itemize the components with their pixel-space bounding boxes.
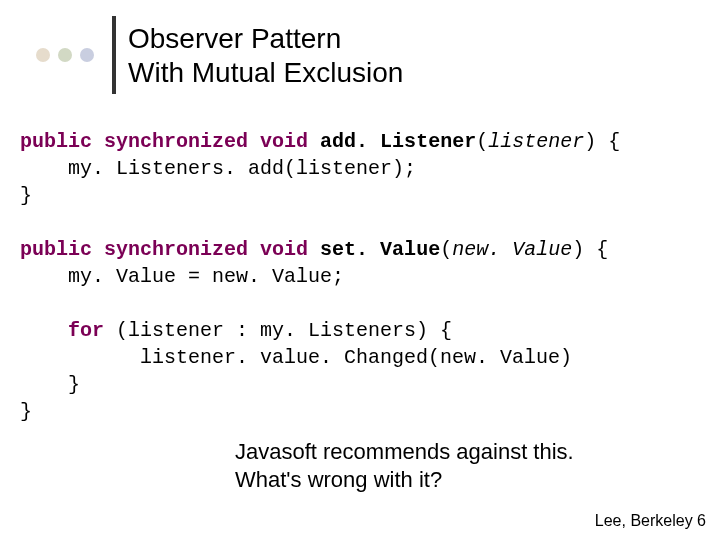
keyword-public: public: [20, 130, 92, 153]
slide-header: Observer Pattern With Mutual Exclusion: [36, 16, 700, 106]
title-line-2: With Mutual Exclusion: [128, 57, 403, 88]
note-line-2: What's wrong with it?: [235, 467, 442, 492]
circle-icon: [80, 48, 94, 62]
slide-footer: Lee, Berkeley 6: [595, 512, 706, 530]
decorative-bullets: [36, 48, 94, 62]
circle-icon: [58, 48, 72, 62]
commentary-text: Javasoft recommends against this. What's…: [235, 438, 574, 493]
code-line: }: [20, 400, 32, 423]
circle-icon: [36, 48, 50, 62]
keyword-void: void: [260, 130, 308, 153]
method-name-set: set. Value: [320, 238, 440, 261]
vertical-divider: [112, 16, 116, 94]
keyword-synchronized: synchronized: [104, 238, 248, 261]
keyword-for: for: [68, 319, 104, 342]
method-name-add: add. Listener: [320, 130, 476, 153]
keyword-synchronized: synchronized: [104, 130, 248, 153]
slide-title: Observer Pattern With Mutual Exclusion: [128, 22, 403, 89]
code-block: public synchronized void add. Listener(l…: [20, 128, 700, 425]
code-line: (listener : my. Listeners) {: [104, 319, 452, 342]
slide: Observer Pattern With Mutual Exclusion p…: [0, 0, 720, 540]
code-line: }: [68, 373, 80, 396]
code-line: my. Value = new. Value;: [68, 265, 344, 288]
keyword-public: public: [20, 238, 92, 261]
title-line-1: Observer Pattern: [128, 23, 341, 54]
param-listener: listener: [488, 130, 584, 153]
footer-page-number: 6: [697, 512, 706, 529]
code-line: my. Listeners. add(listener);: [68, 157, 416, 180]
code-line: }: [20, 184, 32, 207]
keyword-void: void: [260, 238, 308, 261]
footer-author: Lee, Berkeley: [595, 512, 693, 529]
note-line-1: Javasoft recommends against this.: [235, 439, 574, 464]
param-newvalue: new. Value: [452, 238, 572, 261]
code-line: listener. value. Changed(new. Value): [140, 346, 572, 369]
